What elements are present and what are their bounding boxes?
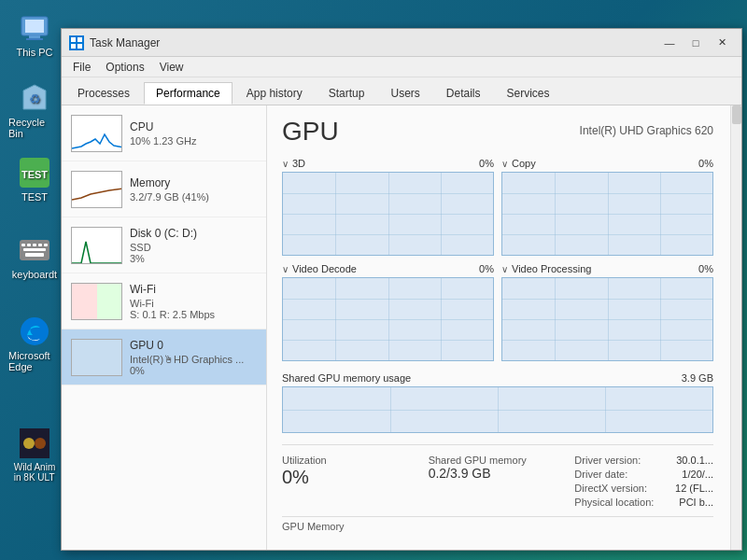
- svg-rect-14: [23, 248, 46, 251]
- keyboard-label: keyboardt: [12, 269, 57, 280]
- minimize-button[interactable]: —: [657, 34, 682, 52]
- this-pc-icon: [20, 13, 49, 43]
- task-manager-window: Task Manager — □ ✕ File Options View Pro…: [61, 28, 742, 551]
- graph-3d: 3D 0%: [282, 158, 494, 256]
- tab-details[interactable]: Details: [434, 82, 493, 105]
- svg-rect-12: [38, 244, 42, 246]
- memory-info: Memory 3.2/7.9 GB (41%): [130, 176, 257, 203]
- physical-location-row: Physical location: PCI b...: [574, 497, 713, 508]
- desktop-icon-this-pc[interactable]: This PC: [5, 9, 64, 62]
- svg-text:TEST: TEST: [21, 169, 48, 180]
- tab-services[interactable]: Services: [495, 82, 562, 105]
- svg-rect-2: [29, 35, 40, 38]
- desktop-icon-edge[interactable]: Microsoft Edge: [5, 313, 64, 376]
- this-pc-label: This PC: [16, 47, 52, 58]
- graph-video-decode-name: Video Decode: [282, 263, 357, 274]
- sidebar-item-cpu[interactable]: CPU 10% 1.23 GHz: [62, 105, 266, 161]
- desktop-icon-test[interactable]: TEST TEST: [5, 154, 64, 206]
- cpu-graph-thumbnail: [71, 115, 122, 152]
- svg-rect-1: [25, 20, 44, 33]
- desktop-icon-wild-anim[interactable]: Wild Animin 8K ULT: [5, 425, 64, 486]
- svg-rect-15: [25, 253, 44, 257]
- directx-version-row: DirectX version: 12 (FL...: [574, 483, 713, 494]
- stat-utilization: Utilization 0%: [282, 455, 421, 511]
- shared-memory-bar: [282, 386, 713, 433]
- tab-performance[interactable]: Performance: [144, 82, 233, 105]
- sidebar-item-wifi[interactable]: Wi-Fi Wi-Fi S: 0.1 R: 2.5 Mbps: [62, 273, 266, 329]
- gpu-sidebar-detail: Intel(R)🖱HD Graphics ...: [130, 354, 257, 365]
- svg-rect-26: [72, 228, 122, 264]
- memory-name: Memory: [130, 176, 257, 189]
- sidebar-item-disk[interactable]: Disk 0 (C: D:) SSD 3%: [62, 217, 266, 273]
- memory-detail: 3.2/7.9 GB (41%): [130, 191, 257, 203]
- disk-detail: SSD: [130, 242, 257, 253]
- svg-point-18: [23, 438, 35, 449]
- sidebar-item-memory[interactable]: Memory 3.2/7.9 GB (41%): [62, 161, 266, 217]
- graph-video-processing-label: Video Processing 0%: [501, 263, 713, 274]
- shared-gpu-memory-label: Shared GPU memory: [429, 455, 568, 466]
- menu-view[interactable]: View: [152, 59, 191, 76]
- wifi-graph-thumbnail: [71, 283, 122, 320]
- svg-rect-9: [21, 244, 25, 246]
- tab-users[interactable]: Users: [378, 82, 431, 105]
- driver-date-row: Driver date: 1/20/...: [574, 469, 713, 480]
- shared-memory-value: 3.9 GB: [682, 372, 713, 384]
- wifi-name: Wi-Fi: [130, 283, 257, 296]
- graph-3d-name: 3D: [282, 158, 305, 169]
- tab-app-history[interactable]: App history: [234, 82, 315, 105]
- driver-version-value: 30.0.1...: [676, 455, 713, 466]
- scrollbar[interactable]: [730, 105, 741, 550]
- wifi-detail: Wi-Fi: [130, 298, 257, 309]
- stat-shared-gpu-memory: Shared GPU memory 0.2/3.9 GB: [429, 455, 568, 511]
- scroll-thumb[interactable]: [732, 105, 741, 124]
- shared-memory-label: Shared GPU memory usage 3.9 GB: [282, 372, 713, 384]
- graph-video-decode-label: Video Decode 0%: [282, 263, 494, 274]
- footer-gpu-memory: GPU Memory: [282, 516, 713, 532]
- menu-options[interactable]: Options: [98, 59, 151, 76]
- svg-rect-23: [78, 44, 82, 49]
- graph-3d-label: 3D 0%: [282, 158, 494, 169]
- wifi-info: Wi-Fi Wi-Fi S: 0.1 R: 2.5 Mbps: [130, 283, 257, 320]
- graphs-grid: 3D 0%: [282, 158, 713, 361]
- graph-video-processing-box: [501, 277, 713, 361]
- menu-file[interactable]: File: [65, 59, 98, 76]
- graph-copy-name: Copy: [501, 158, 536, 169]
- driver-date-value: 1/20/...: [682, 469, 713, 480]
- memory-graph-thumbnail: [71, 171, 122, 208]
- test-icon: TEST: [20, 158, 49, 188]
- utilization-value: 0%: [282, 466, 421, 488]
- graph-3d-box: [282, 172, 494, 256]
- desktop-icon-recycle-bin[interactable]: ♻ Recycle Bin: [5, 79, 64, 143]
- wild-anim-icon: [20, 428, 49, 458]
- graph-copy-box: [501, 172, 713, 256]
- maximize-button[interactable]: □: [684, 34, 708, 52]
- disk-graph-thumbnail: [71, 227, 122, 264]
- cpu-detail: 10% 1.23 GHz: [130, 135, 257, 147]
- wifi-speed: S: 0.1 R: 2.5 Mbps: [130, 309, 257, 320]
- driver-date-label: Driver date:: [574, 469, 627, 480]
- window-controls: — □ ✕: [657, 34, 734, 52]
- stats-row: Utilization 0% Shared GPU memory 0.2/3.9…: [282, 444, 713, 511]
- menu-bar: File Options View: [62, 57, 741, 77]
- physical-location-label: Physical location:: [574, 497, 654, 508]
- close-button[interactable]: ✕: [710, 34, 734, 52]
- sidebar-item-gpu[interactable]: GPU 0 Intel(R)🖱HD Graphics ... 0%: [62, 329, 266, 385]
- directx-version-label: DirectX version:: [574, 483, 647, 494]
- tab-startup[interactable]: Startup: [317, 82, 377, 105]
- cpu-info: CPU 10% 1.23 GHz: [130, 120, 257, 147]
- tab-processes[interactable]: Processes: [65, 82, 142, 105]
- test-label: TEST: [21, 191, 48, 203]
- disk-name: Disk 0 (C: D:): [130, 227, 257, 240]
- disk-info: Disk 0 (C: D:) SSD 3%: [130, 227, 257, 264]
- utilization-label: Utilization: [282, 455, 421, 466]
- desktop-icon-keyboard[interactable]: keyboardt: [5, 231, 64, 284]
- edge-icon: [20, 316, 49, 346]
- wild-anim-label: Wild Animin 8K ULT: [14, 462, 55, 483]
- svg-rect-29: [97, 284, 122, 320]
- task-manager-icon: [69, 35, 84, 50]
- graph-copy-label: Copy 0%: [501, 158, 713, 169]
- directx-version-value: 12 (FL...: [675, 483, 713, 494]
- svg-rect-21: [78, 37, 82, 42]
- graph-video-processing: Video Processing 0%: [501, 263, 713, 361]
- svg-rect-10: [27, 244, 31, 246]
